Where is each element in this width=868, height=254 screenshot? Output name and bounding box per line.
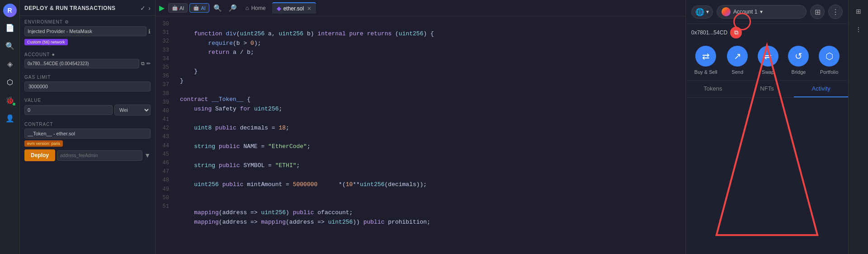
code-editor: ▶ 🤖 AI 🤖 AI 🔍 🔎 ⌂ Home ◆ ether.sol ✕ 303… (156, 0, 685, 254)
tab-activity[interactable]: Activity (794, 81, 848, 97)
send-icon: ↗ (727, 46, 748, 67)
code-area: 3031323334 3536373839 4041424344 4546474… (156, 16, 685, 254)
right-sidebar-icon-1[interactable]: ⊞ (851, 4, 866, 19)
mm-account-button[interactable]: Account 1 ▾ (717, 5, 807, 19)
metamask-panel: 🌐 ▾ Account 1 ▾ ⊞ ⋮ 0x7801...54CD ⧉ ⇄ Bu… (685, 0, 848, 254)
sidebar-plugin-icon[interactable]: 👤 (2, 110, 18, 126)
bridge-action[interactable]: ↺ Bridge (788, 46, 809, 75)
bridge-label: Bridge (792, 69, 806, 75)
environment-label: ENVIRONMENT ⚙ (20, 16, 155, 26)
right-sidebar: ⊞ ⋮ (848, 0, 868, 254)
deploy-panel: DEPLOY & RUN TRANSACTIONS ✓ › ENVIRONMEN… (20, 0, 156, 254)
value-input[interactable] (24, 105, 113, 115)
mm-actions-row: ⇄ Buy & Sell ↗ Send ⇌ Swap ↺ Bridge ⬡ Po… (686, 40, 848, 81)
ai-button-2[interactable]: 🤖 AI (189, 3, 209, 13)
deploy-caret-icon[interactable]: ▼ (144, 152, 151, 159)
environment-select-wrap: Injected Provider - MetaMask ℹ (20, 26, 155, 39)
bridge-icon: ↺ (788, 46, 809, 67)
portfolio-label: Portfolio (820, 69, 838, 75)
chevron-right-icon[interactable]: › (148, 5, 151, 12)
ai-icon-2: 🤖 (193, 5, 199, 11)
buy-sell-icon: ⇄ (695, 46, 716, 67)
mm-tabs: Tokens NFTs Activity (686, 81, 848, 98)
copy-address-button[interactable]: ⧉ (730, 27, 742, 38)
tab-home[interactable]: ⌂ Home (241, 3, 270, 13)
home-tab-icon: ⌂ (245, 5, 249, 11)
deploy-row: Deploy ▼ (20, 149, 155, 164)
env-info-btn[interactable]: ℹ (148, 28, 151, 35)
evm-version-badge: evm version: paris (24, 140, 63, 147)
deploy-button[interactable]: Deploy (24, 149, 55, 161)
value-unit-select[interactable]: Wei (114, 105, 151, 115)
search-btn-2[interactable]: 🔎 (226, 3, 239, 13)
check-icon[interactable]: ✓ (140, 5, 146, 12)
contract-label: CONTRACT (20, 118, 155, 129)
value-label: VALUE (20, 94, 155, 105)
deploy-panel-title: DEPLOY & RUN TRANSACTIONS (24, 5, 137, 11)
run-icon[interactable]: ▶ (159, 4, 165, 12)
copy-account-icon[interactable]: ⧉ (141, 61, 145, 67)
sidebar-git-icon[interactable]: ◈ (2, 56, 18, 72)
send-label: Send (731, 69, 743, 75)
editor-tabs: ▶ 🤖 AI 🤖 AI 🔍 🔎 ⌂ Home ◆ ether.sol ✕ (156, 0, 685, 16)
deploy-address-input[interactable] (57, 150, 142, 161)
account-name: Account 1 (733, 9, 757, 15)
send-action[interactable]: ↗ Send (727, 46, 748, 75)
ai-button-1[interactable]: 🤖 AI (168, 3, 188, 13)
tab-nfts[interactable]: NFTs (740, 81, 794, 97)
deploy-header: DEPLOY & RUN TRANSACTIONS ✓ › (20, 0, 155, 16)
mm-network-button[interactable]: 🌐 ▾ (691, 5, 713, 19)
sidebar-file-icon[interactable]: 📄 (2, 20, 18, 35)
account-avatar (722, 7, 731, 16)
mm-address-text: 0x7801...54CD (691, 29, 727, 36)
mm-grid-button[interactable]: ⊞ (810, 5, 825, 19)
ai-icon-1: 🤖 (172, 5, 178, 11)
swap-action[interactable]: ⇌ Swap (758, 46, 778, 75)
sol-tab-icon: ◆ (277, 5, 281, 12)
custom-network-badge: Custom (56) network (24, 39, 68, 45)
buy-sell-label: Buy & Sell (694, 69, 717, 75)
mm-menu-button[interactable]: ⋮ (828, 5, 843, 19)
deploy-header-icons: ✓ › (140, 5, 151, 12)
environment-select[interactable]: Injected Provider - MetaMask (24, 26, 146, 36)
account-label: ACCOUNT ● (20, 48, 155, 59)
portfolio-icon: ⬡ (819, 46, 840, 67)
account-chevron-icon: ▾ (760, 9, 763, 15)
left-sidebar: R 📄 🔍 ◈ ⬡ 🐞 👤 (0, 0, 20, 254)
buy-sell-action[interactable]: ⇄ Buy & Sell (694, 46, 717, 75)
env-info-icon[interactable]: ⚙ (65, 19, 69, 24)
portfolio-action[interactable]: ⬡ Portfolio (819, 46, 840, 75)
brand-icon[interactable]: R (3, 4, 17, 17)
account-input[interactable] (24, 59, 139, 68)
sidebar-debug-icon[interactable]: 🐞 (2, 92, 18, 108)
network-icon: 🌐 (695, 8, 704, 16)
sidebar-search-icon[interactable]: 🔍 (2, 38, 18, 53)
code-content[interactable]: function div(uint256 a, uint256 b) inter… (173, 16, 685, 254)
account-info-icon[interactable]: ● (52, 52, 55, 57)
right-sidebar-icon-2[interactable]: ⋮ (851, 22, 866, 37)
mm-header: 🌐 ▾ Account 1 ▾ ⊞ ⋮ (686, 0, 848, 24)
value-row: Wei (20, 105, 155, 118)
gas-limit-input[interactable] (24, 81, 151, 91)
chevron-down-icon: ▾ (706, 9, 709, 15)
sidebar-deploy-icon[interactable]: ⬡ (2, 74, 18, 90)
swap-label: Swap (762, 69, 774, 75)
tab-tokens[interactable]: Tokens (686, 81, 740, 97)
tab-ether-sol[interactable]: ◆ ether.sol ✕ (272, 2, 316, 14)
tab-close-icon[interactable]: ✕ (307, 5, 311, 12)
mm-address-row: 0x7801...54CD ⧉ (686, 24, 848, 40)
contract-select[interactable]: __Token__ - ether.sol (24, 129, 151, 139)
account-row: ⧉ ✏ (20, 59, 155, 71)
search-btn-1[interactable]: 🔍 (211, 3, 224, 13)
line-numbers: 3031323334 3536373839 4041424344 4546474… (156, 16, 173, 254)
swap-icon: ⇌ (758, 46, 778, 67)
gas-limit-label: GAS LIMIT (20, 71, 155, 81)
edit-account-icon[interactable]: ✏ (146, 61, 151, 67)
